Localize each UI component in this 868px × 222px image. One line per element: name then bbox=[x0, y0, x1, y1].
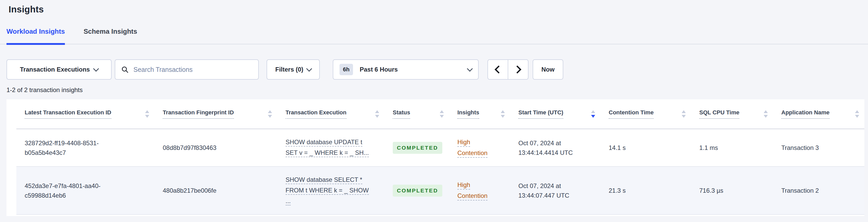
table-row: 452da3e7-e7fa-4801-aa40-c59988d14eb6 480… bbox=[17, 166, 864, 215]
table-row: 328729d2-ff19-4408-8531-b05a5b4e43c7 08d… bbox=[17, 129, 864, 166]
sort-icon[interactable] bbox=[440, 110, 444, 118]
column-header-latest-transaction-execution-id: Latest Transaction Execution ID bbox=[17, 99, 154, 129]
now-button[interactable]: Now bbox=[533, 59, 563, 80]
column-label[interactable]: Transaction Execution bbox=[285, 109, 346, 119]
insights-table-card: Latest Transaction Execution ID Transact… bbox=[6, 99, 864, 216]
contention-time: 14.1 s bbox=[609, 144, 626, 151]
contention-time: 21.3 s bbox=[609, 187, 626, 194]
latest-execution-id: 328729d2-ff19-4408-8531-b05a5b4e43c7 bbox=[25, 138, 149, 157]
high-contention-link[interactable]: High Contention bbox=[457, 138, 505, 158]
chevron-down-icon bbox=[467, 66, 473, 71]
chevron-left-icon bbox=[494, 65, 502, 73]
column-label[interactable]: Contention Time bbox=[609, 109, 654, 119]
chevron-down-icon bbox=[93, 66, 99, 71]
column-label[interactable]: Application Name bbox=[781, 109, 830, 119]
sort-icon[interactable] bbox=[764, 110, 768, 118]
sort-icon[interactable] bbox=[855, 110, 859, 118]
sort-icon-active-desc[interactable] bbox=[591, 110, 595, 118]
sort-icon[interactable] bbox=[682, 110, 686, 118]
fingerprint-id: 480a8b217be006fe bbox=[163, 187, 216, 194]
column-header-insights: Insights bbox=[449, 99, 510, 129]
column-label[interactable]: Status bbox=[393, 109, 410, 119]
results-summary: 1-2 of 2 transaction insights bbox=[6, 86, 868, 94]
page-title: Insights bbox=[8, 4, 868, 14]
column-header-transaction-execution: Transaction Execution bbox=[277, 99, 384, 129]
start-time: Oct 07, 2024 at13:44:14.4414 UTC bbox=[518, 138, 595, 157]
tab-workload-insights[interactable]: Workload Insights bbox=[6, 28, 65, 45]
time-range-dropdown[interactable]: 6h Past 6 Hours bbox=[333, 59, 478, 80]
previous-time-button[interactable] bbox=[488, 59, 508, 80]
execution-type-label: Transaction Executions bbox=[20, 66, 90, 73]
sort-icon[interactable] bbox=[268, 110, 272, 118]
filters-label: Filters (0) bbox=[275, 66, 303, 73]
time-range-badge: 6h bbox=[340, 64, 353, 75]
toolbar: Transaction Executions Filters (0) 6h Pa… bbox=[6, 59, 868, 80]
chevron-right-icon bbox=[513, 65, 521, 73]
filters-button[interactable]: Filters (0) bbox=[267, 59, 320, 80]
column-label[interactable]: Transaction Fingerprint ID bbox=[163, 109, 234, 119]
tab-schema-insights[interactable]: Schema Insights bbox=[84, 28, 137, 44]
fingerprint-id: 08d8b7d97f830463 bbox=[163, 144, 216, 151]
column-header-transaction-fingerprint-id: Transaction Fingerprint ID bbox=[154, 99, 277, 129]
sort-icon[interactable] bbox=[375, 110, 379, 118]
time-range-label: Past 6 Hours bbox=[360, 66, 398, 73]
column-header-application-name: Application Name bbox=[773, 99, 864, 129]
transaction-execution-link[interactable]: SHOW database SELECT * FROM t WHERE k = … bbox=[285, 176, 379, 205]
column-label[interactable]: Start Time (UTC) bbox=[518, 109, 563, 119]
application-name: Transaction 2 bbox=[781, 187, 819, 194]
column-header-sql-cpu-time: SQL CPU Time bbox=[691, 99, 773, 129]
status-badge: COMPLETED bbox=[393, 185, 442, 197]
application-name: Transaction 3 bbox=[781, 144, 819, 151]
column-header-start-time: Start Time (UTC) bbox=[510, 99, 600, 129]
column-header-status: Status bbox=[384, 99, 449, 129]
status-badge: COMPLETED bbox=[393, 142, 442, 154]
column-header-contention-time: Contention Time bbox=[600, 99, 691, 129]
table-header-row: Latest Transaction Execution ID Transact… bbox=[17, 99, 864, 129]
latest-execution-id: 452da3e7-e7fa-4801-aa40-c59988d14eb6 bbox=[25, 181, 149, 200]
transaction-execution-link[interactable]: SHOW database UPDATE t SET v = _ WHERE k… bbox=[285, 138, 379, 157]
start-time: Oct 07, 2024 at13:44:07.447 UTC bbox=[518, 181, 595, 200]
next-time-button[interactable] bbox=[508, 59, 528, 80]
sql-cpu-time: 1.1 ms bbox=[699, 144, 718, 151]
sql-cpu-time: 716.3 µs bbox=[699, 187, 723, 194]
high-contention-link[interactable]: High Contention bbox=[457, 181, 505, 200]
sort-icon[interactable] bbox=[501, 110, 505, 118]
transaction-insights-table: Latest Transaction Execution ID Transact… bbox=[17, 99, 864, 215]
search-icon bbox=[121, 66, 129, 73]
execution-type-dropdown[interactable]: Transaction Executions bbox=[6, 59, 112, 80]
column-label[interactable]: Latest Transaction Execution ID bbox=[25, 109, 111, 119]
sort-icon[interactable] bbox=[145, 110, 149, 118]
chevron-down-icon bbox=[306, 66, 312, 71]
time-pager bbox=[488, 59, 528, 80]
search-input[interactable] bbox=[133, 66, 253, 74]
search-box[interactable] bbox=[115, 59, 259, 80]
tab-bar: Workload Insights Schema Insights bbox=[0, 28, 868, 44]
column-label[interactable]: Insights bbox=[457, 109, 479, 119]
column-label[interactable]: SQL CPU Time bbox=[699, 109, 739, 119]
